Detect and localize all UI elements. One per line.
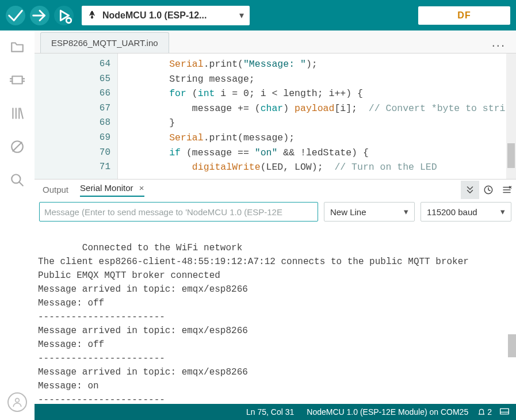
activity-bar: [0, 30, 35, 420]
folder-icon: [10, 39, 25, 54]
editor-scrollbar[interactable]: [506, 54, 516, 179]
board-name: NodeMCU 1.0 (ESP-12...: [102, 10, 239, 21]
board-selector[interactable]: NodeMCU 1.0 (ESP-12... ▾: [82, 6, 250, 25]
line-gutter: 6465666768697071: [35, 54, 118, 179]
code-line: digitalWrite(LED, LOW); // Turn on the L…: [124, 160, 516, 175]
top-toolbar: NodeMCU 1.0 (ESP-12... ▾ DF: [0, 0, 516, 30]
code-content: Serial.print("Message: "); String messag…: [118, 54, 516, 175]
code-editor[interactable]: 6465666768697071 Serial.print("Message: …: [35, 54, 516, 179]
check-icon: [6, 6, 25, 25]
code-line: message += (char) payload[i]; // Convert…: [124, 101, 516, 116]
editor-tabs: ESP8266_MQTT_UART.ino ···: [35, 30, 516, 54]
line-number: 67: [35, 101, 110, 116]
code-line: Serial.print(message);: [124, 131, 516, 146]
code-line: String message;: [124, 72, 516, 87]
debug-button[interactable]: [54, 6, 74, 25]
editor-more-button[interactable]: ···: [492, 38, 506, 53]
user-icon: [12, 396, 23, 408]
serial-scrollbar-thumb[interactable]: [508, 334, 516, 357]
svg-point-2: [66, 18, 71, 23]
line-number: 64: [35, 57, 110, 72]
svg-line-17: [13, 142, 21, 151]
clear-icon: [502, 185, 512, 195]
board-icon: [10, 72, 25, 87]
svg-line-15: [20, 108, 22, 118]
account-button[interactable]: [7, 392, 27, 412]
code-line: }: [124, 116, 516, 131]
toggle-autoscroll-button[interactable]: [461, 181, 479, 199]
boards-manager-button[interactable]: [9, 72, 25, 88]
code-line: if (message == "on" && !ledState) {: [124, 146, 516, 161]
svg-point-20: [16, 398, 20, 402]
code-line: Serial.print("Message: ");: [124, 57, 516, 72]
chevrons-down-icon: [465, 185, 475, 195]
notifications-button[interactable]: 2: [477, 407, 492, 417]
usb-icon: [87, 9, 97, 22]
close-panel-button[interactable]: [500, 407, 509, 417]
sketchbook-button[interactable]: [9, 39, 25, 55]
cursor-position: Ln 75, Col 31: [246, 407, 294, 417]
status-board: NodeMCU 1.0 (ESP-12E Module) on COM25: [307, 407, 468, 417]
toggle-timestamp-button[interactable]: [479, 181, 498, 199]
caret-down-icon: ▾: [239, 10, 244, 21]
code-line: for (int i = 0; i < length; i++) {: [124, 86, 516, 101]
no-entry-icon: [10, 139, 25, 154]
line-number: 66: [35, 86, 110, 101]
line-number: 68: [35, 116, 110, 131]
verify-button[interactable]: [6, 6, 25, 25]
bottom-panel-tabs: Output Serial Monitor ×: [35, 179, 516, 200]
upload-button[interactable]: [30, 6, 49, 25]
serial-monitor-tab[interactable]: Serial Monitor ×: [80, 183, 144, 197]
svg-line-19: [19, 182, 23, 186]
arrow-right-icon: [30, 6, 49, 25]
clear-output-button[interactable]: [498, 181, 516, 199]
svg-rect-7: [12, 77, 22, 84]
debug-panel-button[interactable]: [9, 139, 25, 155]
serial-log-text: Connected to the WiFi network The client…: [38, 243, 469, 404]
svg-rect-27: [500, 408, 509, 414]
clock-icon: [483, 185, 494, 195]
serial-output[interactable]: Connected to the WiFi network The client…: [35, 224, 516, 404]
panel-icon: [500, 408, 509, 415]
serial-message-input[interactable]: [39, 202, 318, 222]
search-button[interactable]: [9, 172, 25, 188]
output-tab[interactable]: Output: [43, 185, 68, 194]
df-logo-badge: DF: [418, 6, 510, 25]
caret-down-icon: ▾: [404, 207, 408, 217]
close-icon[interactable]: ×: [139, 183, 144, 193]
file-tab[interactable]: ESP8266_MQTT_UART.ino: [40, 32, 169, 53]
baud-rate-select[interactable]: 115200 baud ▾: [421, 202, 511, 222]
line-number: 71: [35, 160, 110, 175]
play-gear-icon: [54, 6, 74, 25]
search-icon: [10, 173, 25, 188]
line-number: 70: [35, 146, 110, 161]
library-icon: [10, 106, 25, 121]
bell-icon: [477, 408, 486, 416]
file-tab-label: ESP8266_MQTT_UART.ino: [51, 38, 158, 48]
line-number: 69: [35, 131, 110, 146]
library-manager-button[interactable]: [9, 105, 25, 121]
line-ending-select[interactable]: New Line ▾: [324, 202, 415, 222]
editor-scrollbar-thumb[interactable]: [507, 143, 515, 168]
status-bar: Ln 75, Col 31 NodeMCU 1.0 (ESP-12E Modul…: [35, 404, 516, 420]
line-number: 65: [35, 72, 110, 87]
caret-down-icon: ▾: [500, 207, 505, 217]
serial-controls: New Line ▾ 115200 baud ▾: [35, 200, 516, 224]
